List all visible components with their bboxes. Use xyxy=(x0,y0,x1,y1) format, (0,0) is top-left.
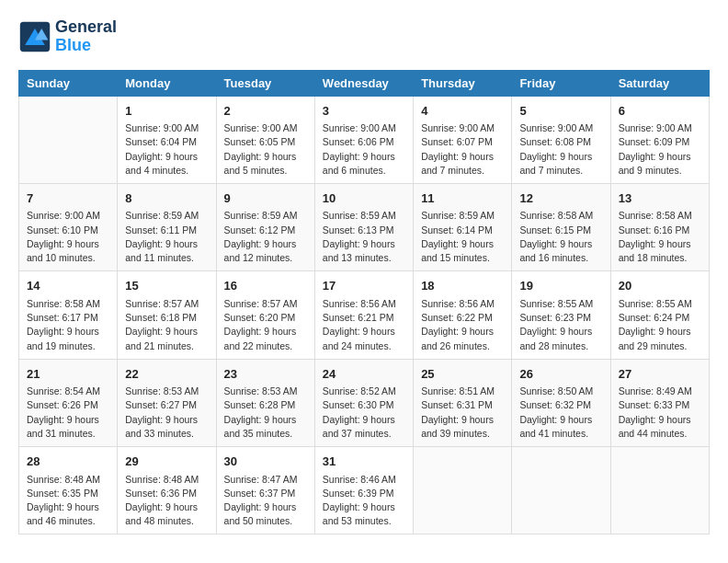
week-row-3: 14Sunrise: 8:58 AMSunset: 6:17 PMDayligh… xyxy=(19,271,710,359)
day-number: 30 xyxy=(224,453,307,471)
day-number: 29 xyxy=(125,453,208,471)
day-cell: 28Sunrise: 8:48 AMSunset: 6:35 PMDayligh… xyxy=(19,447,118,534)
day-info: Sunrise: 8:57 AMSunset: 6:20 PMDaylight:… xyxy=(224,297,307,353)
day-number: 24 xyxy=(323,365,405,384)
col-header-sunday: Sunday xyxy=(19,70,118,96)
day-info: Sunrise: 8:57 AMSunset: 6:18 PMDaylight:… xyxy=(125,297,208,353)
day-info: Sunrise: 8:47 AMSunset: 6:37 PMDaylight:… xyxy=(224,473,307,529)
day-cell: 29Sunrise: 8:48 AMSunset: 6:36 PMDayligh… xyxy=(118,447,216,534)
day-cell xyxy=(512,447,610,534)
day-cell: 27Sunrise: 8:49 AMSunset: 6:33 PMDayligh… xyxy=(610,359,709,446)
day-cell xyxy=(610,447,709,534)
day-info: Sunrise: 8:51 AMSunset: 6:31 PMDaylight:… xyxy=(421,385,504,441)
day-cell: 26Sunrise: 8:50 AMSunset: 6:32 PMDayligh… xyxy=(512,359,610,446)
day-info: Sunrise: 9:00 AMSunset: 6:06 PMDaylight:… xyxy=(323,121,405,178)
day-info: Sunrise: 9:00 AMSunset: 6:04 PMDaylight:… xyxy=(125,121,208,178)
day-number: 16 xyxy=(224,277,307,295)
day-info: Sunrise: 8:58 AMSunset: 6:17 PMDaylight:… xyxy=(27,297,109,353)
day-number: 21 xyxy=(27,365,109,384)
day-cell: 25Sunrise: 8:51 AMSunset: 6:31 PMDayligh… xyxy=(414,359,512,446)
day-number: 6 xyxy=(619,102,701,121)
day-number: 8 xyxy=(125,190,208,208)
day-cell: 30Sunrise: 8:47 AMSunset: 6:37 PMDayligh… xyxy=(216,447,314,534)
day-cell: 10Sunrise: 8:59 AMSunset: 6:13 PMDayligh… xyxy=(314,183,413,270)
day-info: Sunrise: 8:59 AMSunset: 6:11 PMDaylight:… xyxy=(125,209,208,265)
day-number: 4 xyxy=(421,102,504,121)
header: General Blue xyxy=(18,18,710,55)
day-cell: 6Sunrise: 9:00 AMSunset: 6:09 PMDaylight… xyxy=(610,96,709,183)
day-info: Sunrise: 8:49 AMSunset: 6:33 PMDaylight:… xyxy=(619,385,701,441)
day-info: Sunrise: 8:54 AMSunset: 6:26 PMDaylight:… xyxy=(27,385,109,441)
day-number: 17 xyxy=(323,277,405,295)
day-number: 9 xyxy=(224,190,307,208)
day-info: Sunrise: 8:58 AMSunset: 6:15 PMDaylight:… xyxy=(519,209,602,265)
day-cell: 15Sunrise: 8:57 AMSunset: 6:18 PMDayligh… xyxy=(118,271,216,359)
day-info: Sunrise: 9:00 AMSunset: 6:10 PMDaylight:… xyxy=(27,209,109,265)
col-header-thursday: Thursday xyxy=(414,70,512,96)
day-info: Sunrise: 8:46 AMSunset: 6:39 PMDaylight:… xyxy=(323,473,405,529)
day-info: Sunrise: 8:50 AMSunset: 6:32 PMDaylight:… xyxy=(519,385,602,441)
col-header-tuesday: Tuesday xyxy=(216,70,314,96)
day-cell: 9Sunrise: 8:59 AMSunset: 6:12 PMDaylight… xyxy=(216,183,314,270)
day-number: 18 xyxy=(421,277,504,295)
day-cell: 4Sunrise: 9:00 AMSunset: 6:07 PMDaylight… xyxy=(414,96,512,183)
week-row-2: 7Sunrise: 9:00 AMSunset: 6:10 PMDaylight… xyxy=(19,183,710,270)
day-number: 14 xyxy=(27,277,109,295)
day-info: Sunrise: 8:56 AMSunset: 6:21 PMDaylight:… xyxy=(323,297,405,353)
logo: General Blue xyxy=(18,18,117,55)
day-cell: 12Sunrise: 8:58 AMSunset: 6:15 PMDayligh… xyxy=(512,183,610,270)
day-cell: 8Sunrise: 8:59 AMSunset: 6:11 PMDaylight… xyxy=(118,183,216,270)
col-header-friday: Friday xyxy=(512,70,610,96)
day-cell xyxy=(414,447,512,534)
day-number: 5 xyxy=(519,102,602,121)
week-row-1: 1Sunrise: 9:00 AMSunset: 6:04 PMDaylight… xyxy=(19,96,710,183)
day-number: 26 xyxy=(519,365,602,384)
day-cell: 16Sunrise: 8:57 AMSunset: 6:20 PMDayligh… xyxy=(216,271,314,359)
day-number: 13 xyxy=(619,190,701,208)
day-number: 2 xyxy=(224,102,307,121)
day-cell: 13Sunrise: 8:58 AMSunset: 6:16 PMDayligh… xyxy=(610,183,709,270)
day-number: 15 xyxy=(125,277,208,295)
calendar-table: SundayMondayTuesdayWednesdayThursdayFrid… xyxy=(18,70,710,535)
day-number: 31 xyxy=(323,453,405,471)
day-cell: 20Sunrise: 8:55 AMSunset: 6:24 PMDayligh… xyxy=(610,271,709,359)
day-number: 22 xyxy=(125,365,208,384)
day-number: 7 xyxy=(27,190,109,208)
day-info: Sunrise: 8:55 AMSunset: 6:24 PMDaylight:… xyxy=(619,297,701,353)
col-header-saturday: Saturday xyxy=(610,70,709,96)
day-info: Sunrise: 8:48 AMSunset: 6:36 PMDaylight:… xyxy=(125,473,208,529)
day-cell: 2Sunrise: 9:00 AMSunset: 6:05 PMDaylight… xyxy=(216,96,314,183)
day-info: Sunrise: 9:00 AMSunset: 6:05 PMDaylight:… xyxy=(224,121,307,178)
day-cell xyxy=(19,96,118,183)
day-cell: 3Sunrise: 9:00 AMSunset: 6:06 PMDaylight… xyxy=(314,96,413,183)
day-cell: 18Sunrise: 8:56 AMSunset: 6:22 PMDayligh… xyxy=(414,271,512,359)
day-cell: 14Sunrise: 8:58 AMSunset: 6:17 PMDayligh… xyxy=(19,271,118,359)
day-cell: 21Sunrise: 8:54 AMSunset: 6:26 PMDayligh… xyxy=(19,359,118,446)
day-info: Sunrise: 9:00 AMSunset: 6:09 PMDaylight:… xyxy=(619,121,701,178)
col-header-wednesday: Wednesday xyxy=(314,70,413,96)
day-info: Sunrise: 8:53 AMSunset: 6:27 PMDaylight:… xyxy=(125,385,208,441)
day-cell: 23Sunrise: 8:53 AMSunset: 6:28 PMDayligh… xyxy=(216,359,314,446)
day-number: 28 xyxy=(27,453,109,471)
day-number: 1 xyxy=(125,102,208,121)
logo-general: General xyxy=(55,18,117,37)
day-info: Sunrise: 9:00 AMSunset: 6:08 PMDaylight:… xyxy=(519,121,602,178)
day-cell: 19Sunrise: 8:55 AMSunset: 6:23 PMDayligh… xyxy=(512,271,610,359)
logo-blue: Blue xyxy=(55,37,117,55)
day-number: 23 xyxy=(224,365,307,384)
day-info: Sunrise: 8:58 AMSunset: 6:16 PMDaylight:… xyxy=(619,209,701,265)
day-info: Sunrise: 8:55 AMSunset: 6:23 PMDaylight:… xyxy=(519,297,602,353)
day-cell: 31Sunrise: 8:46 AMSunset: 6:39 PMDayligh… xyxy=(314,447,413,534)
day-info: Sunrise: 8:56 AMSunset: 6:22 PMDaylight:… xyxy=(421,297,504,353)
day-number: 11 xyxy=(421,190,504,208)
day-info: Sunrise: 8:53 AMSunset: 6:28 PMDaylight:… xyxy=(224,385,307,441)
day-cell: 1Sunrise: 9:00 AMSunset: 6:04 PMDaylight… xyxy=(118,96,216,183)
day-number: 12 xyxy=(519,190,602,208)
day-info: Sunrise: 8:59 AMSunset: 6:14 PMDaylight:… xyxy=(421,209,504,265)
day-cell: 11Sunrise: 8:59 AMSunset: 6:14 PMDayligh… xyxy=(414,183,512,270)
day-info: Sunrise: 8:59 AMSunset: 6:13 PMDaylight:… xyxy=(323,209,405,265)
day-number: 25 xyxy=(421,365,504,384)
logo-icon xyxy=(18,20,51,53)
week-row-4: 21Sunrise: 8:54 AMSunset: 6:26 PMDayligh… xyxy=(19,359,710,446)
day-cell: 22Sunrise: 8:53 AMSunset: 6:27 PMDayligh… xyxy=(118,359,216,446)
